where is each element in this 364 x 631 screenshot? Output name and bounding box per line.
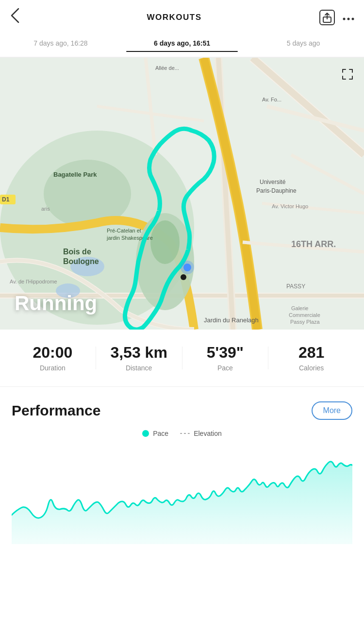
tab-current[interactable]: 6 days ago, 16:51 xyxy=(121,34,243,57)
header-actions xyxy=(319,10,354,25)
svg-text:Av. de l'Hippodrome: Av. de l'Hippodrome xyxy=(10,279,57,284)
svg-text:Av. Fo...: Av. Fo... xyxy=(262,97,281,102)
workout-tabs: 7 days ago, 16:28 6 days ago, 16:51 5 da… xyxy=(0,34,364,58)
svg-text:D1: D1 xyxy=(2,196,10,203)
stat-distance: 3,53 km Distance xyxy=(96,344,182,372)
svg-point-48 xyxy=(183,264,191,271)
map-view[interactable]: Bagatelle Park Allée de... Av. Fo... Uni… xyxy=(0,58,364,330)
svg-text:Bois de: Bois de xyxy=(63,248,91,256)
svg-text:Jardin du Ranelagh: Jardin du Ranelagh xyxy=(204,316,259,324)
tab-next[interactable]: 5 days ago xyxy=(243,34,364,57)
performance-section: Performance More Pace Elevation xyxy=(0,387,364,544)
svg-text:PASSY: PASSY xyxy=(286,283,305,290)
svg-text:Galerie: Galerie xyxy=(291,305,308,311)
stat-duration-label: Duration xyxy=(10,364,96,372)
svg-text:Commerciale: Commerciale xyxy=(289,312,320,318)
stat-calories: 281 Calories xyxy=(268,344,354,372)
chart-legend: Pace Elevation xyxy=(12,430,352,437)
header: WORKOUTS xyxy=(0,0,364,34)
stat-pace: 5'39" Pace xyxy=(182,344,268,372)
legend-pace: Pace xyxy=(142,430,168,437)
page-title: WORKOUTS xyxy=(147,13,201,22)
stats-section: 20:00 Duration 3,53 km Distance 5'39" Pa… xyxy=(0,330,364,387)
svg-point-49 xyxy=(181,274,186,280)
svg-point-3 xyxy=(351,18,354,20)
svg-point-2 xyxy=(347,18,349,20)
elevation-legend-label: Elevation xyxy=(194,430,222,437)
share-button[interactable] xyxy=(319,10,335,25)
svg-text:Av. Victor Hugo: Av. Victor Hugo xyxy=(272,203,308,209)
pace-legend-dot xyxy=(142,430,149,437)
svg-text:aris: aris xyxy=(41,206,50,212)
stat-calories-value: 281 xyxy=(268,344,354,361)
stat-pace-label: Pace xyxy=(182,364,268,372)
elevation-legend-dash xyxy=(180,433,190,434)
svg-text:Pré-Catelan et: Pré-Catelan et xyxy=(107,228,141,233)
more-button[interactable]: More xyxy=(312,401,352,420)
performance-header: Performance More xyxy=(12,401,352,420)
pace-legend-label: Pace xyxy=(153,430,168,437)
stat-calories-label: Calories xyxy=(268,364,354,372)
performance-title: Performance xyxy=(12,402,100,419)
svg-text:Allée de...: Allée de... xyxy=(155,65,179,71)
stat-duration-value: 20:00 xyxy=(10,344,96,361)
tab-prev2[interactable]: 7 days ago, 16:28 xyxy=(0,34,121,57)
activity-type-label: Running xyxy=(15,292,97,315)
back-button[interactable] xyxy=(10,7,29,28)
svg-text:Boulogne: Boulogne xyxy=(63,257,99,266)
svg-point-1 xyxy=(343,18,345,20)
svg-text:Passy Plaza: Passy Plaza xyxy=(290,319,320,325)
svg-text:16TH ARR.: 16TH ARR. xyxy=(291,239,336,249)
svg-text:Université: Université xyxy=(260,179,286,185)
stat-pace-value: 5'39" xyxy=(182,344,268,361)
svg-text:Paris-Dauphine: Paris-Dauphine xyxy=(256,187,297,194)
expand-map-button[interactable] xyxy=(341,67,354,83)
svg-text:Bagatelle Park: Bagatelle Park xyxy=(53,171,97,178)
legend-elevation: Elevation xyxy=(180,430,222,437)
stat-distance-value: 3,53 km xyxy=(96,344,182,361)
stat-duration: 20:00 Duration xyxy=(10,344,96,372)
svg-point-20 xyxy=(150,220,180,264)
more-options-button[interactable] xyxy=(343,12,354,23)
performance-chart xyxy=(12,447,352,544)
stat-distance-label: Distance xyxy=(96,364,182,372)
